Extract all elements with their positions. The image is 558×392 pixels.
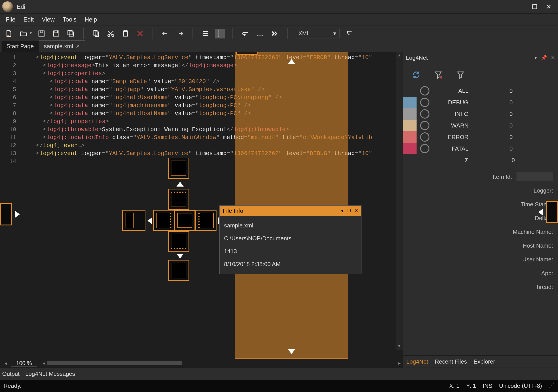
- tab-sample-xml[interactable]: sample.xml ✕: [39, 40, 85, 52]
- svg-rect-5: [69, 32, 74, 36]
- code-line[interactable]: </log4j:properties>: [22, 117, 402, 125]
- open-dropdown-icon[interactable]: ▾: [30, 31, 32, 35]
- level-row[interactable]: DEBUG0: [403, 97, 554, 108]
- level-name: ALL: [433, 87, 469, 94]
- code-line[interactable]: <log4j:locationInfo class="YALV.Samples.…: [22, 133, 402, 141]
- wrap-button[interactable]: [240, 29, 250, 38]
- detail-value[interactable]: [516, 172, 553, 181]
- code-line[interactable]: <log4j:data name="log4net:HostName" valu…: [22, 110, 402, 117]
- redo-button[interactable]: [175, 29, 185, 38]
- level-name: INFO: [433, 111, 469, 117]
- rtab-recent-files[interactable]: Recent Files: [435, 358, 467, 365]
- code-editor[interactable]: 1234567891011121314 <log4j:event logger=…: [0, 52, 402, 359]
- clear-filter-icon[interactable]: [434, 70, 443, 79]
- copy-button[interactable]: [91, 29, 101, 38]
- scroll-up-icon[interactable]: ▴: [398, 52, 400, 59]
- pin-icon[interactable]: 📌: [541, 55, 547, 61]
- open-file-button[interactable]: [19, 29, 28, 38]
- tab-output[interactable]: Output: [2, 370, 19, 377]
- language-dropdown[interactable]: XML ▾: [295, 29, 340, 38]
- new-file-button[interactable]: [4, 29, 14, 38]
- line-number: 7: [0, 102, 20, 110]
- refresh-icon[interactable]: [412, 70, 420, 79]
- level-radio[interactable]: [420, 132, 429, 142]
- line-number: 8: [0, 110, 20, 117]
- code-content[interactable]: <log4j:event logger="YALV.Samples.LogSer…: [20, 52, 402, 359]
- dropdown-icon[interactable]: ▾: [534, 55, 537, 61]
- code-line[interactable]: </log4j:event>: [22, 141, 402, 149]
- level-name: ERROR: [433, 134, 469, 140]
- code-line[interactable]: <log4j:data name="log4jmachinename" valu…: [22, 102, 402, 110]
- level-swatch: [403, 108, 417, 120]
- scroll-right-icon[interactable]: ▸: [396, 360, 402, 366]
- delete-button[interactable]: [135, 29, 145, 38]
- lines-button[interactable]: [201, 29, 210, 38]
- level-row[interactable]: WARN0: [403, 120, 554, 131]
- scroll-down-icon[interactable]: ▾: [398, 343, 400, 350]
- indent-guide-button[interactable]: [215, 29, 225, 38]
- level-radio[interactable]: [420, 86, 429, 96]
- level-count: 0: [469, 111, 554, 117]
- zoom-level[interactable]: 100 %: [11, 360, 37, 367]
- close-icon[interactable]: ✕: [551, 55, 555, 61]
- overflow-button[interactable]: [270, 29, 279, 38]
- save-all-button[interactable]: [66, 29, 76, 38]
- code-line[interactable]: <log4j:message>This is an error message!…: [22, 61, 402, 70]
- vertical-scrollbar[interactable]: ▴ ▾: [396, 52, 402, 350]
- level-row[interactable]: INFO0: [403, 108, 554, 120]
- save-as-button[interactable]: [51, 29, 61, 38]
- save-button[interactable]: [37, 29, 46, 38]
- level-row[interactable]: ERROR0: [403, 131, 554, 143]
- undo-button[interactable]: [161, 29, 170, 38]
- app-title: Edi: [17, 3, 25, 10]
- level-radio[interactable]: [420, 121, 429, 130]
- line-number: 13: [0, 149, 20, 157]
- maximize-button[interactable]: ☐: [532, 3, 537, 10]
- tab-label: Start Page: [6, 43, 34, 50]
- line-number: 10: [0, 125, 20, 133]
- level-row[interactable]: ALL0: [403, 85, 554, 97]
- code-line[interactable]: <log4j:event logger="YALV.Samples.LogSer…: [22, 53, 402, 61]
- level-radio[interactable]: [420, 109, 429, 119]
- detail-row: Logger:: [408, 184, 553, 197]
- code-line[interactable]: <log4j:properties>: [22, 70, 402, 78]
- toggle-panel-button[interactable]: [344, 29, 354, 38]
- more-button[interactable]: …: [255, 29, 265, 38]
- menu-tools[interactable]: Tools: [59, 14, 81, 25]
- code-line[interactable]: [22, 157, 402, 166]
- right-bottom-tabs: Log4Net Recent Files Explorer: [403, 355, 558, 367]
- cut-button[interactable]: [106, 29, 116, 38]
- minimize-button[interactable]: —: [517, 3, 523, 10]
- close-button[interactable]: ✕: [546, 3, 551, 10]
- log-levels-table: ALL0DEBUG0INFO0WARN0ERROR0FATAL0: [403, 85, 558, 154]
- menu-file[interactable]: File: [2, 14, 19, 25]
- level-swatch: [403, 97, 417, 108]
- level-radio[interactable]: [420, 98, 429, 107]
- line-number: 2: [0, 61, 20, 70]
- line-number: 4: [0, 78, 20, 86]
- level-radio[interactable]: [420, 144, 429, 153]
- code-line[interactable]: <log4j:data name="log4japp" value="YALV.…: [22, 86, 402, 94]
- scroll-track[interactable]: [396, 59, 402, 343]
- scroll-left-icon[interactable]: ◂: [41, 360, 47, 366]
- tab-log4net-messages[interactable]: Log4Net Messages: [25, 370, 75, 377]
- rtab-explorer[interactable]: Explorer: [474, 358, 495, 365]
- rtab-log4net[interactable]: Log4Net: [406, 358, 428, 365]
- paste-button[interactable]: [121, 29, 130, 38]
- code-line[interactable]: <log4j:data name="SampleDate" value="201…: [22, 78, 402, 86]
- resize-grip-icon[interactable]: ⋰: [549, 383, 554, 389]
- code-line[interactable]: <log4j:data name="log4net:UserName" valu…: [22, 94, 402, 102]
- close-icon[interactable]: ✕: [76, 44, 80, 49]
- menu-view[interactable]: View: [38, 14, 59, 25]
- scroll-thumb[interactable]: [47, 361, 182, 365]
- menu-help[interactable]: Help: [81, 14, 101, 25]
- menu-edit[interactable]: Edit: [19, 14, 38, 25]
- zoom-arrow-left-icon[interactable]: ◂: [4, 360, 7, 367]
- code-line[interactable]: <log4j:throwable>System.Exception: Warni…: [22, 125, 402, 133]
- svg-rect-3: [55, 31, 58, 33]
- horizontal-scrollbar[interactable]: ◂ ▸: [41, 360, 402, 366]
- level-row[interactable]: FATAL0: [403, 143, 554, 154]
- tab-start-page[interactable]: Start Page: [1, 40, 39, 52]
- filter-icon[interactable]: [456, 70, 465, 79]
- code-line[interactable]: <log4j:event logger="YALV.Samples.LogSer…: [22, 149, 402, 157]
